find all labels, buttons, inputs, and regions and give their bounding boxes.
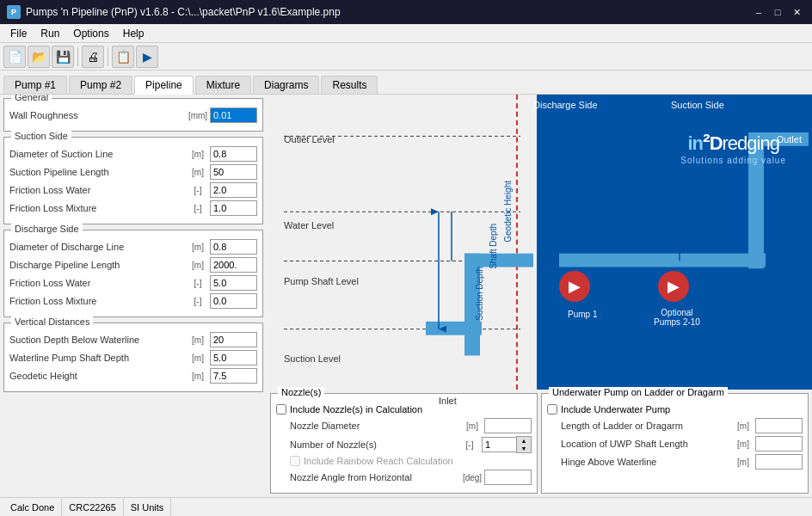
nozzle-angle-input[interactable] [484,470,532,485]
suction-length-input[interactable] [210,164,257,180]
ladder-unit: [m] [731,421,755,431]
pump2-circle: ▶ [658,271,689,302]
wall-roughness-row: Wall Roughness [mm] [9,108,257,123]
include-nozzles-checkbox[interactable] [276,404,286,415]
rainbow-checkbox[interactable] [290,456,300,466]
inlet-label: Inlet [439,396,457,406]
suction-diameter-unit: [m] [186,150,210,159]
menu-options[interactable]: Options [66,26,115,41]
uwp-group: Underwater Pump on Ladder or Dragarm Inc… [541,393,809,494]
discharge-length-input[interactable] [210,257,257,273]
nozzle-count-up[interactable]: ▲ [517,437,531,445]
nozzle-diameter-input[interactable] [484,418,532,433]
nozzle-count-spinner[interactable]: ▲ ▼ [482,436,532,453]
include-uwp-checkbox[interactable] [547,404,557,415]
logo-text: in²Dredging [680,129,786,156]
suction-diameter-label: Diameter of Suction Line [9,149,186,159]
svg-rect-8 [559,254,766,267]
discharge-diameter-input[interactable] [210,239,257,255]
general-group: General Wall Roughness [mm] [3,98,263,132]
logo-area: in²Dredging Solutions adding value [680,129,786,165]
discharge-friction-mix-input[interactable] [210,293,257,309]
suction-diameter-input[interactable] [210,146,257,162]
maximize-button[interactable]: □ [769,3,786,21]
status-crc: CRC22265 [62,498,123,516]
suction-depth-unit: [m] [186,335,210,345]
hinge-input[interactable] [755,454,803,470]
run-button[interactable]: ▶ [136,46,158,68]
nozzle-angle-row: Nozzle Angle from Horizontal [deg] [290,470,532,485]
print-button[interactable]: 🖨 [82,46,104,68]
nozzle-count-input[interactable] [482,437,516,452]
discharge-friction-water-label: Friction Loss Water [9,278,186,288]
menu-file[interactable]: File [3,26,34,41]
suction-friction-water-row: Friction Loss Water [-] [9,182,257,198]
new-button[interactable]: 📄 [3,46,26,68]
tab-pump1[interactable]: Pump #1 [3,76,67,94]
nozzle-count-spinner-btns[interactable]: ▲ ▼ [516,436,532,453]
logo-subtitle: Solutions adding value [680,156,786,165]
open-button[interactable]: 📂 [28,46,50,68]
window-controls: – □ ✕ [750,3,805,21]
discharge-diameter-unit: [m] [186,243,210,252]
ladder-input[interactable] [755,418,803,433]
window-title: Pumps 'n Pipeline (PnP) v1.6.8 - C:\...\… [26,6,341,18]
nozzle-angle-label: Nozzle Angle from Horizontal [290,472,460,482]
suction-friction-mix-label: Friction Loss Mixture [9,203,186,213]
clipboard-button[interactable]: 📋 [112,46,134,68]
menu-run[interactable]: Run [34,26,66,41]
discharge-friction-mix-label: Friction Loss Mixture [9,296,186,306]
suction-length-row: Suction Pipeline Length [m] [9,164,257,180]
pump-shaft-depth-label: Waterline Pump Shaft Depth [9,353,186,363]
menu-help[interactable]: Help [116,26,151,41]
tab-results[interactable]: Results [321,76,378,94]
discharge-diameter-row: Diameter of Discharge Line [m] [9,239,257,255]
tab-pump2[interactable]: Pump #2 [69,76,132,94]
discharge-side-group: Discharge Side Diameter of Discharge Lin… [3,230,263,317]
nozzles-group: Nozzle(s) Include Nozzle(s) in Calculati… [270,393,538,494]
rainbow-row: Include Rainbow Reach Calculation [290,456,532,466]
rainbow-label: Include Rainbow Reach Calculation [304,456,453,466]
left-panel: General Wall Roughness [mm] Suction Side… [0,95,267,497]
pump2-arrow-icon: ▶ [667,277,680,296]
ladder-label: Length of Ladder or Dragarm [561,421,731,431]
discharge-friction-water-input[interactable] [210,275,257,291]
pump-shaft-level-label: Pump Shaft Level [284,276,359,286]
suction-friction-water-label: Friction Loss Water [9,185,186,195]
wall-roughness-unit: [mm] [186,111,210,120]
tab-pipeline[interactable]: Pipeline [134,76,194,95]
tab-mixture[interactable]: Mixture [195,76,251,94]
pump-shaft-depth-input[interactable] [210,350,257,366]
discharge-side-label: Discharge Side [533,100,598,110]
geodetic-height-unit: [m] [186,372,210,381]
main-content: General Wall Roughness [mm] Suction Side… [0,95,812,497]
vertical-distances-title: Vertical Distances [11,316,93,327]
suction-friction-mix-input[interactable] [210,200,257,216]
nozzle-count-down[interactable]: ▼ [517,445,531,452]
nozzle-count-label: Number of Nozzle(s) [290,439,458,450]
minimize-button[interactable]: – [750,3,767,21]
wall-roughness-label: Wall Roughness [9,110,186,120]
hinge-label: Hinge Above Waterline [561,457,731,467]
suction-friction-water-input[interactable] [210,182,257,198]
suction-side-title: Suction Side [11,131,71,141]
suction-length-unit: [m] [186,168,210,177]
wall-roughness-input[interactable] [210,108,257,123]
uwp-shaft-input[interactable] [755,436,803,452]
suction-friction-mix-unit: [-] [186,204,210,213]
shaft-depth-vert-label: Shaft Depth [489,224,498,269]
close-button[interactable]: ✕ [788,3,805,21]
geodetic-height-input[interactable] [210,368,257,384]
suction-depth-input[interactable] [210,332,257,347]
toolbar-separator2 [108,47,108,66]
tab-diagrams[interactable]: Diagrams [253,76,319,94]
discharge-friction-water-row: Friction Loss Water [-] [9,275,257,291]
hinge-unit: [m] [731,458,755,467]
pump1-circle: ▶ [559,271,590,302]
uwp-shaft-row: Location of UWP Shaft Length [m] [561,436,803,452]
pump1-label: Pump 1 [568,310,597,319]
discharge-friction-water-unit: [-] [186,279,210,288]
save-button[interactable]: 💾 [52,46,74,68]
toolbar: 📄 📂 💾 🖨 📋 ▶ [0,43,812,71]
pump-shaft-depth-unit: [m] [186,353,210,363]
